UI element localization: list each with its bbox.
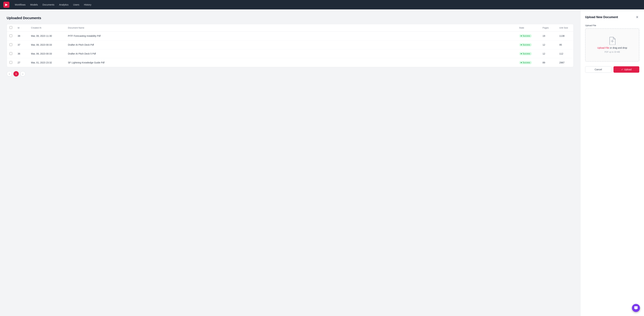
row-unit-size: 112 <box>556 49 574 58</box>
dropzone-text: Upload File or drag and drop <box>597 47 627 49</box>
status-text: Success <box>522 44 530 46</box>
nav-links: Workflows Models Documents Analytics Use… <box>15 3 91 6</box>
logo[interactable]: ▶ <box>3 2 10 8</box>
table-body: 38 Mar, 06, 2023 11:30 PITF Forecasting … <box>7 32 574 67</box>
table-row: 38 Mar, 06, 2023 11:30 PITF Forecasting … <box>7 32 574 41</box>
table-row: 36 Mar, 06, 2023 00:33 Drafter AI Pitch … <box>7 49 574 58</box>
status-text: Success <box>522 35 530 37</box>
nav-models[interactable]: Models <box>30 3 38 6</box>
row-unit-size: 2987 <box>556 58 574 67</box>
row-pages: 12 <box>540 49 556 58</box>
next-page-button[interactable]: › <box>20 71 26 77</box>
header-document-name: Document Name <box>65 24 516 32</box>
upload-panel: Upload New Document ✕ Upload File Upload… <box>580 10 644 316</box>
chat-icon <box>634 306 638 310</box>
row-pages: 19 <box>540 32 556 41</box>
row-id: 27 <box>15 58 28 67</box>
upload-button[interactable]: ✓ Upload <box>614 66 640 73</box>
row-document-name: Drafter AI Pitch Deck Pdf <box>65 41 516 49</box>
nav-history[interactable]: History <box>84 3 92 6</box>
current-page-number[interactable]: 1 <box>14 71 19 77</box>
row-checkbox-cell <box>7 32 15 41</box>
dropzone-subtext: PDF up to 30 MB <box>604 51 620 53</box>
table-row: 27 Mar, 01, 2023 23:32 SF Lightning Know… <box>7 58 574 67</box>
nav-documents[interactable]: Documents <box>42 3 54 6</box>
upload-button-label: Upload <box>624 68 632 71</box>
status-text: Success <box>522 61 530 64</box>
row-checkbox-cell <box>7 41 15 49</box>
content-area: Uploaded Documents Id Created At Documen… <box>0 10 580 316</box>
row-checkbox-cell <box>7 49 15 58</box>
nav-analytics[interactable]: Analytics <box>59 3 68 6</box>
documents-table-container: Id Created At Document Name State Pages … <box>7 24 574 67</box>
header-unit-size: Unit Size <box>556 24 574 32</box>
row-created-at: Mar, 01, 2023 23:32 <box>28 58 65 67</box>
row-checkbox-3[interactable] <box>10 61 12 64</box>
dropzone-or-text: or drag and drop <box>609 47 627 49</box>
chat-bubble-button[interactable] <box>632 304 640 312</box>
header-id: Id <box>15 24 28 32</box>
table-header-row: Id Created At Document Name State Pages … <box>7 24 574 32</box>
row-checkbox-1[interactable] <box>10 43 12 46</box>
status-badge: Success <box>519 43 532 47</box>
row-document-name: PITF Forecasting Instability Pdf <box>65 32 516 41</box>
status-badge: Success <box>519 34 532 38</box>
upload-file-link[interactable]: Upload File <box>597 47 609 49</box>
navbar: ▶ Workflows Models Documents Analytics U… <box>0 0 644 10</box>
panel-title: Upload New Document <box>585 16 618 19</box>
close-panel-button[interactable]: ✕ <box>635 15 639 20</box>
main-layout: Uploaded Documents Id Created At Documen… <box>0 10 644 316</box>
row-checkbox-2[interactable] <box>10 52 12 55</box>
row-unit-size: 1138 <box>556 32 574 41</box>
row-created-at: Mar, 06, 2023 00:33 <box>28 49 65 58</box>
upload-check-icon: ✓ <box>621 68 623 71</box>
nav-users[interactable]: Users <box>73 3 79 6</box>
row-document-name: SF Lightning Knowledge Guide Pdf <box>65 58 516 67</box>
cancel-button[interactable]: Cancel <box>585 66 612 73</box>
row-created-at: Mar, 06, 2023 00:33 <box>28 41 65 49</box>
status-dot <box>521 53 522 54</box>
file-upload-icon <box>609 37 616 45</box>
row-id: 38 <box>15 32 28 41</box>
prev-page-button[interactable]: ‹ <box>7 71 12 77</box>
row-pages: 12 <box>540 41 556 49</box>
panel-actions: Cancel ✓ Upload <box>585 66 639 73</box>
header-pages: Pages <box>540 24 556 32</box>
row-created-at: Mar, 06, 2023 11:30 <box>28 32 65 41</box>
pagination: ‹ 1 › <box>7 71 574 77</box>
status-badge: Success <box>519 52 532 55</box>
header-created-at: Created At <box>28 24 65 32</box>
header-state: State <box>516 24 540 32</box>
row-state: Success <box>516 58 540 67</box>
nav-workflows[interactable]: Workflows <box>15 3 26 6</box>
upload-file-label: Upload File <box>585 24 639 27</box>
table-row: 37 Mar, 06, 2023 00:33 Drafter AI Pitch … <box>7 41 574 49</box>
status-dot <box>521 62 522 63</box>
row-state: Success <box>516 41 540 49</box>
row-checkbox-0[interactable] <box>10 35 12 37</box>
select-all-checkbox[interactable] <box>10 26 12 29</box>
page-title: Uploaded Documents <box>7 16 574 20</box>
status-badge: Success <box>519 61 532 64</box>
status-dot <box>521 44 522 45</box>
row-id: 37 <box>15 41 28 49</box>
logo-icon: ▶ <box>5 3 8 7</box>
header-checkbox <box>7 24 15 32</box>
row-unit-size: 95 <box>556 41 574 49</box>
row-checkbox-cell <box>7 58 15 67</box>
status-dot <box>521 36 522 37</box>
row-id: 36 <box>15 49 28 58</box>
panel-header: Upload New Document ✕ <box>585 15 639 20</box>
row-pages: 89 <box>540 58 556 67</box>
documents-table: Id Created At Document Name State Pages … <box>7 24 574 67</box>
row-state: Success <box>516 49 540 58</box>
row-state: Success <box>516 32 540 41</box>
status-text: Success <box>522 53 530 55</box>
file-dropzone[interactable]: Upload File or drag and drop PDF up to 3… <box>585 28 639 62</box>
row-document-name: Drafter AI Pitch Deck 5 Pdf <box>65 49 516 58</box>
